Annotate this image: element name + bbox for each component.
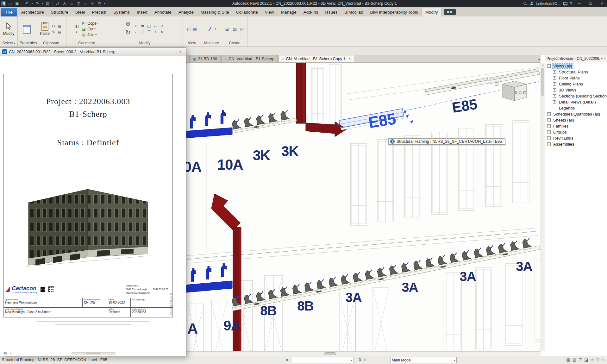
selected-element-label[interactable]: E85 [367,110,397,132]
viewcube[interactable]: RIGHT [494,81,527,101]
project-browser-header[interactable]: Project Browser - CN_2022006... ▾ × [545,55,607,62]
expand-icon[interactable] [547,124,551,128]
hidden-elements-icon[interactable]: ◫ [186,27,192,32]
help-icon[interactable]: ? [570,1,572,6]
join-geometry-button[interactable]: ◎ Join▾ [81,32,99,37]
ribbon-tab-insert[interactable]: Insert [133,8,151,16]
ribbon-tab-analyze[interactable]: Analyze [175,8,197,16]
editing-requests-icon[interactable]: ⇅ [357,357,363,362]
ribbon-tab-add-ins[interactable]: Add-Ins [300,8,322,16]
ribbon-tab-steel[interactable]: Steel [72,8,89,16]
vertical-scrollbar-thumb[interactable] [541,68,544,96]
manage-clipboard-icon[interactable]: ▤ [57,29,62,35]
panel-label-select[interactable]: Select ▾ [0,41,17,47]
move-icon[interactable]: ⊕ [125,21,131,27]
create-similar-icon[interactable]: ▤ [232,26,238,32]
element-label[interactable]: 8B [297,298,314,313]
element-label[interactable]: 3K [281,143,299,159]
ribbon-tab-structure[interactable]: Structure [47,8,72,16]
reveal-hidden-icon[interactable]: ▦ [192,27,198,32]
sheet-project-line[interactable]: Project : 20220063.003 [4,97,172,106]
customize-qat-caret-icon[interactable]: ▾ [103,2,106,5]
drag-arrow-icon[interactable] [406,114,409,118]
ribbon-tab-bimcollab[interactable]: BIMcollab [341,8,366,16]
copy-to-clipboard-icon[interactable]: ⊞ [57,24,62,29]
sun-setting-icon[interactable]: ☼ [9,351,12,355]
split-icon[interactable]: ∕ [140,29,146,35]
browser-item-revit-links[interactable]: Revit Links [545,135,607,141]
ribbon-tab-view[interactable]: View [261,8,278,16]
expand-icon[interactable] [547,142,551,146]
expand-icon[interactable] [547,136,551,140]
undo-icon[interactable]: ↶ [24,1,30,6]
close-button[interactable]: × [598,0,606,7]
sheet-view-canvas[interactable]: Project : 20220063.003 B1-Scherp Status … [0,56,186,356]
revit-app-icon[interactable]: R [1,1,6,6]
measure-icon[interactable]: ⇄ [54,1,61,6]
create-assembly-icon[interactable]: ◰ [239,26,246,32]
expand-icon[interactable] [553,82,556,86]
cut-geometry-button[interactable]: ◪ Cut▾ [81,26,99,32]
paste-button[interactable]: Paste [40,22,50,36]
properties-icon[interactable] [23,25,31,34]
expand-icon[interactable] [553,94,556,98]
filter-icon[interactable]: ▽ [596,357,599,362]
panel-label-properties[interactable]: Properties [18,41,36,47]
drawing-sheet[interactable]: Project : 20220063.003 B1-Scherp Status … [3,74,173,317]
section-icon[interactable]: ◫ [75,1,82,6]
bracket-rail-upper[interactable] [231,109,297,133]
ribbon-tab-bim-interoperability-tools[interactable]: BIM Interoperability Tools [367,8,422,16]
select-pinned-icon[interactable]: ⊤ [579,357,582,362]
element-label[interactable]: 3A [516,259,532,274]
latei-rail-right[interactable] [425,78,489,95]
collapse-icon[interactable] [547,64,551,68]
match-type-icon[interactable]: ✎ [51,29,56,35]
expand-icon[interactable] [553,76,556,80]
view-tab-voorblad-b1-scherp[interactable]: ⌂ CN_Voorblad - B1-Scherp [221,55,278,62]
modify-tool-button[interactable]: Modify [3,22,14,36]
select-by-face-icon[interactable]: ◪ [584,357,588,362]
blue-beam-upper[interactable] [186,128,232,138]
sheet-window-titlebar[interactable]: R CN_20220063.001.R22 - Sheet: 000.2 - V… [0,48,186,56]
select-links-icon[interactable]: ▦ [566,357,570,362]
sheet-status-line[interactable]: Status : Defintief [4,138,172,147]
expand-icon[interactable] [553,88,556,92]
browser-menu-caret-icon[interactable]: ▾ [601,57,603,60]
view-tab-list-caret-icon[interactable]: ▾ [538,58,540,61]
trim-icon[interactable]: ⌐ [134,29,139,35]
active-workset-combobox[interactable]: Main Model ▾ [390,357,457,363]
chevron-down-icon[interactable]: ▾ [215,28,216,30]
save-icon[interactable]: ▣ [14,1,20,6]
rotate-icon[interactable]: ↻ [125,29,131,35]
ribbon-tab-systems[interactable]: Systems [110,8,133,16]
expand-icon[interactable] [553,70,556,74]
maximize-button[interactable]: □ [586,0,595,7]
element-label[interactable]: 3A [402,280,418,295]
close-view-tab-icon[interactable]: × [348,57,351,61]
ribbon-tab-modify[interactable]: Modify [422,8,442,16]
viewcube-face-label[interactable]: RIGHT [515,91,527,95]
minimize-button[interactable]: ─ [575,0,584,7]
ribbon-tab-file[interactable]: File [1,8,17,16]
cope-button[interactable]: ◰ Cope▾ [81,21,99,26]
element-label[interactable]: E85 [451,96,478,116]
undo-caret-icon[interactable]: ▾ [31,2,34,5]
text-icon[interactable]: A [61,1,68,6]
drag-arrow-icon[interactable] [410,120,413,123]
view-tab-voorblad-b1-scherp-copy-1[interactable]: ⌂ CN_Voorblad - B1-Scherp Copy 1 × [278,55,354,62]
scroll-up-icon[interactable]: ▲ [541,63,545,66]
ribbon-tab-architecture[interactable]: Architecture [18,8,47,16]
red-steel-column[interactable] [296,63,306,123]
ribbon-tab-collaborate[interactable]: Collaborate [233,8,261,16]
expand-icon[interactable] [547,112,551,116]
redo-icon[interactable]: ↷ [34,1,41,6]
create-group-icon[interactable]: ⊞ [224,26,230,32]
signed-in-user[interactable]: j.nijenhuis9Q... [536,2,560,5]
ribbon-tab-issues[interactable]: Issues [322,8,341,16]
app-store-cart-icon[interactable] [563,2,567,5]
browser-close-icon[interactable]: × [604,57,606,60]
cut-to-clipboard-icon[interactable]: ✂ [51,24,56,29]
sheet-window-close-button[interactable]: × [177,50,184,54]
browser-item-legends[interactable]: Legends [545,105,607,111]
browser-item-views-all[interactable]: Views (all) [545,63,607,69]
